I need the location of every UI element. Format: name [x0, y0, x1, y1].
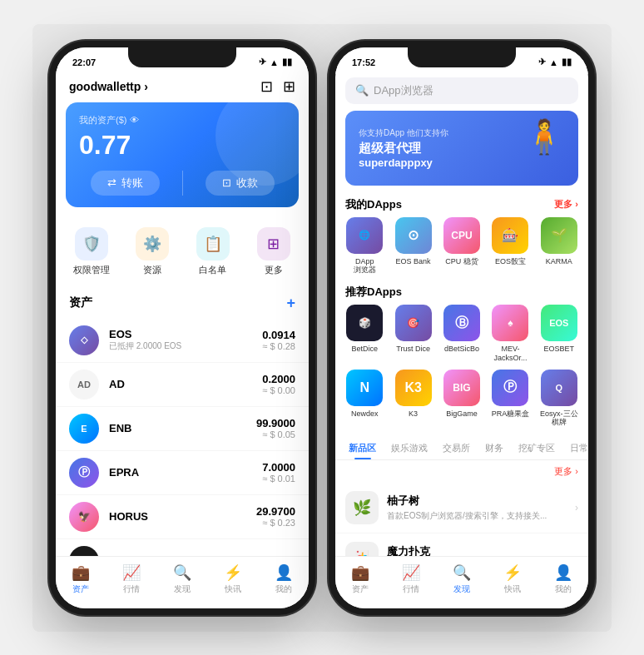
- banner-title: 超级君代理: [359, 139, 448, 156]
- add-asset-button[interactable]: +: [286, 295, 295, 312]
- tab-game[interactable]: 娱乐游戏: [384, 437, 434, 459]
- layout-icon[interactable]: ⊞: [283, 77, 295, 96]
- phone-1-notch: [128, 47, 236, 67]
- asset-row-enb[interactable]: E ENB 99.9000 ≈ $ 0.05: [56, 407, 309, 451]
- dapp-biggame[interactable]: BIG BigGame: [439, 370, 484, 428]
- list-item-yuzishu[interactable]: 🌿 柚子树 首款EOS制户浏览器/搜索引擎，支持接关... ›: [335, 483, 588, 533]
- dapp-eosyx[interactable]: Q Eosyx-三公棋牌: [537, 370, 582, 428]
- menu-item-more[interactable]: ⊞ 更多: [245, 221, 302, 283]
- list-more-button[interactable]: 更多 ›: [554, 465, 578, 478]
- ad-icon: AD: [69, 370, 99, 399]
- trustdice-icon: 🎯: [395, 305, 432, 341]
- dapp-search-bar[interactable]: 🔍 DApp浏览器: [345, 77, 578, 104]
- list-item-molipuke[interactable]: 🃏 魔力扑克 一款多人在线区块链扑克游戏 ›: [335, 533, 588, 555]
- list-more-area: 更多 ›: [335, 460, 588, 483]
- p2-discover-label: 发现: [453, 583, 470, 595]
- menu-item-permission[interactable]: 🛡️ 权限管理: [62, 221, 120, 283]
- transfer-label: 转账: [121, 176, 143, 191]
- dapp-karma[interactable]: 🌱 KARMA: [537, 217, 582, 275]
- newdex-label: Newdex: [351, 409, 379, 419]
- receive-icon: ⊡: [222, 176, 231, 189]
- p2-nav-market[interactable]: 📈 行情: [386, 563, 437, 595]
- p2-discover-icon: 🔍: [453, 563, 471, 582]
- dapp-cpu[interactable]: CPU CPU 稳货: [439, 217, 484, 275]
- tab-exchange[interactable]: 交易所: [436, 437, 477, 459]
- epra-info: EPRA: [109, 466, 252, 479]
- yuzishu-chevron: ›: [575, 502, 578, 514]
- betdice-label: BetDice: [351, 345, 378, 354]
- my-dapps-more[interactable]: 更多 ›: [554, 198, 578, 211]
- yuzishu-info: 柚子树 首款EOS制户浏览器/搜索引擎，支持接关...: [387, 494, 567, 522]
- p2-airplane-icon: ✈: [538, 57, 546, 67]
- nav-assets[interactable]: 💼 资产: [56, 563, 107, 595]
- airplane-icon: ✈: [259, 57, 266, 67]
- dapp-trustdice[interactable]: 🎯 Trust Dice: [390, 305, 435, 363]
- tab-finance[interactable]: 财务: [478, 437, 510, 459]
- p2-nav-profile[interactable]: 👤 我的: [537, 563, 588, 595]
- asset-row-eos[interactable]: ◇ EOS 已抵押 2.0000 EOS 0.0914 ≈ $ 0.28: [56, 319, 309, 363]
- nav-discover[interactable]: 🔍 发现: [157, 563, 208, 595]
- dapp-eosslot[interactable]: 🎰 EOS骰宝: [488, 217, 533, 275]
- phone-2-notch: [408, 47, 516, 67]
- enb-info: ENB: [109, 422, 246, 434]
- wallet-name-area[interactable]: goodwallettp ›: [69, 80, 148, 93]
- tab-mining[interactable]: 挖矿专区: [512, 437, 562, 459]
- my-dapps-title: 我的DApps: [345, 197, 402, 212]
- transfer-button[interactable]: ⇄ 转账: [91, 171, 160, 196]
- wallet-name: goodwallettp: [69, 80, 141, 93]
- horus-icon: 🦅: [69, 502, 99, 532]
- nav-profile[interactable]: 👤 我的: [258, 563, 309, 595]
- asset-row-horus[interactable]: 🦅 HORUS 29.9700 ≈ $ 0.23: [56, 495, 309, 539]
- dapp-mev[interactable]: ♠ MEV-JacksOr...: [488, 305, 533, 363]
- dapp-k3[interactable]: K3 K3: [390, 370, 435, 428]
- menu-item-whitelist[interactable]: 📋 白名单: [184, 221, 241, 283]
- phone-2-bottom-nav: 💼 资产 📈 行情 🔍 发现 ⚡ 快讯 👤 我的: [335, 556, 588, 608]
- profile-nav-label: 我的: [275, 583, 292, 595]
- balance-card: 我的资产($) 👁 0.77 ⇄ 转账 ⊡ 收款: [66, 102, 299, 207]
- dapp-pra[interactable]: Ⓟ PRA糖果盒: [488, 370, 533, 428]
- epra-icon: Ⓟ: [69, 458, 99, 488]
- menu-grid: 🛡️ 权限管理 ⚙️ 资源 📋 白名单 ⊞ 更多: [56, 216, 309, 291]
- phone-2-status-icons: ✈ ▲ ▮▮: [538, 57, 572, 67]
- balance-actions: ⇄ 转账 ⊡ 收款: [79, 171, 285, 196]
- dapp-newdex[interactable]: N Newdex: [342, 370, 387, 428]
- my-dapps-grid: 🌐 DApp浏览器 ⊙ EOS Bank CPU CPU 稳货 🎰 EOS骰宝 …: [335, 217, 588, 282]
- receive-label: 收款: [236, 176, 258, 191]
- pra-icon: Ⓟ: [492, 370, 528, 406]
- news-nav-icon: ⚡: [224, 563, 242, 582]
- p2-news-label: 快讯: [504, 583, 521, 595]
- dapp-banner: 你支持DApp 他们支持你 超级君代理 superdapppxy 🧍: [345, 111, 578, 186]
- enb-amount: 99.9000 ≈ $ 0.05: [256, 417, 295, 439]
- karma-label: KARMA: [546, 257, 572, 266]
- dapp-dbetsicbo[interactable]: Ⓑ dBetSicBo: [439, 305, 484, 363]
- phone-1-status-icons: ✈ ▲ ▮▮: [259, 57, 292, 67]
- newdex-icon: N: [346, 370, 383, 406]
- asset-row-ad[interactable]: AD AD 0.2000 ≈ $ 0.00: [56, 363, 309, 407]
- nav-news[interactable]: ⚡ 快讯: [207, 563, 258, 595]
- p2-nav-discover[interactable]: 🔍 发现: [437, 563, 488, 595]
- p2-nav-assets[interactable]: 💼 资产: [335, 563, 386, 595]
- battery-icon: ▮▮: [282, 57, 292, 67]
- p2-assets-label: 资产: [352, 583, 369, 595]
- ad-info: AD: [109, 378, 252, 390]
- nav-market[interactable]: 📈 行情: [107, 563, 157, 595]
- phone-1-bottom-nav: 💼 资产 📈 行情 🔍 发现 ⚡ 快讯 👤 我的: [56, 556, 309, 608]
- banner-figure: 🧍: [523, 117, 565, 156]
- slot-icon: 🎰: [492, 217, 528, 254]
- dapp-betdice[interactable]: 🎲 BetDice: [342, 305, 387, 363]
- p2-nav-news[interactable]: ⚡ 快讯: [487, 563, 537, 595]
- dapp-browser[interactable]: 🌐 DApp浏览器: [342, 217, 387, 275]
- tab-daily[interactable]: 日常工: [563, 437, 588, 459]
- mev-label: MEV-JacksOr...: [488, 345, 533, 363]
- dapp-eosbank[interactable]: ⊙ EOS Bank: [390, 217, 435, 275]
- asset-row-hvt[interactable]: W HVT 0.6014: [56, 539, 309, 556]
- menu-item-resource[interactable]: ⚙️ 资源: [123, 221, 181, 283]
- balance-label: 我的资产($) 👁: [79, 114, 285, 127]
- dapp-eosbet[interactable]: EOS EOSBET: [537, 305, 582, 363]
- scan-icon[interactable]: ⊡: [260, 77, 273, 96]
- receive-button[interactable]: ⊡ 收款: [206, 171, 275, 196]
- tab-new[interactable]: 新品区: [342, 437, 383, 459]
- recommended-row1: 🎲 BetDice 🎯 Trust Dice Ⓑ dBetSicBo ♠ MEV…: [335, 305, 588, 370]
- p2-wifi-icon: ▲: [549, 57, 558, 67]
- asset-row-epra[interactable]: Ⓟ EPRA 7.0000 ≈ $ 0.01: [56, 451, 309, 495]
